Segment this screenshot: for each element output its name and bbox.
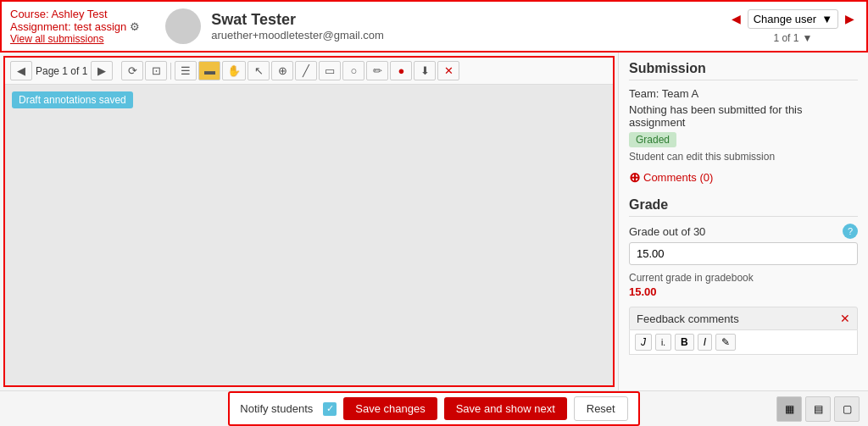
footer: Notify students ✓ Save changes Save and …: [0, 390, 868, 426]
select-tool-button[interactable]: ↖: [248, 61, 270, 80]
next-user-button[interactable]: ▶: [842, 10, 858, 27]
current-grade-label: Current grade in gradebook: [629, 272, 858, 284]
feedback-label: Feedback comments: [637, 313, 739, 325]
rotate-button[interactable]: ⟳: [121, 61, 143, 80]
dropdown-arrow-icon: ▼: [821, 13, 832, 25]
separator: [170, 63, 171, 80]
fit-button[interactable]: ⊡: [145, 61, 167, 80]
feedback-toolbar: J i. B I ✎: [629, 330, 858, 355]
avatar: [165, 8, 201, 44]
close-button[interactable]: ✕: [437, 61, 459, 80]
user-email: aruether+moodletester@gmail.com: [211, 29, 384, 41]
feedback-close-icon[interactable]: ✕: [840, 312, 850, 325]
page-nav: ◀ Page 1 of 1 ▶: [10, 61, 113, 80]
grade-section: Grade Grade out of 30 ? Current grade in…: [629, 197, 858, 298]
change-user-dropdown[interactable]: Change user ▼: [748, 9, 838, 29]
grade-out-of-label: Grade out of 30: [629, 225, 705, 238]
highlight-button[interactable]: ▬: [198, 61, 220, 80]
view-grid-icon[interactable]: ▦: [776, 396, 802, 422]
header-left: Course: Ashley Test Assignment: test ass…: [10, 8, 140, 45]
save-changes-button[interactable]: Save changes: [343, 397, 437, 420]
feedback-subscript-button[interactable]: i.: [655, 334, 671, 351]
annotation-toolbar: ◀ Page 1 of 1 ▶ ⟳ ⊡ ☰ ▬ ✋ ↖ ⊕ ╱ ▭ ○ ✏ ● …: [5, 58, 613, 85]
right-panel: Submission Team: Team A Nothing has been…: [618, 53, 868, 390]
footer-inner: Notify students ✓ Save changes Save and …: [228, 391, 639, 426]
download-button[interactable]: ⬇: [414, 61, 436, 80]
grade-input[interactable]: [629, 242, 858, 265]
eraser-button[interactable]: ●: [390, 61, 412, 80]
prev-page-button[interactable]: ◀: [10, 61, 32, 80]
header: Course: Ashley Test Assignment: test ass…: [0, 0, 868, 53]
submission-title: Submission: [629, 61, 858, 80]
feedback-section: Feedback comments ✕ J i. B I ✎: [629, 307, 858, 355]
view-all-submissions-link[interactable]: View all submissions: [10, 33, 140, 45]
next-page-button[interactable]: ▶: [91, 61, 113, 80]
pen-tool-button[interactable]: ✏: [366, 61, 388, 80]
footer-right-icons: ▦ ▤ ▢: [776, 396, 860, 422]
gear-icon[interactable]: ⚙: [130, 20, 140, 33]
graded-badge: Graded: [629, 132, 676, 147]
view-list-icon[interactable]: ▤: [805, 396, 831, 422]
header-right: ◀ Change user ▼ ▶ 1 of 1 ▼: [728, 9, 858, 44]
feedback-bold-button[interactable]: B: [675, 334, 694, 351]
current-grade-value: 15.00: [629, 285, 858, 298]
feedback-pen-button[interactable]: ✎: [715, 334, 736, 351]
change-user-label: Change user: [754, 13, 816, 25]
can-edit-label: Student can edit this submission: [629, 151, 858, 163]
rect-tool-button[interactable]: ▭: [319, 61, 341, 80]
main-layout: ◀ Page 1 of 1 ▶ ⟳ ⊡ ☰ ▬ ✋ ↖ ⊕ ╱ ▭ ○ ✏ ● …: [0, 53, 868, 390]
notify-students-checkbox[interactable]: ✓: [323, 402, 337, 416]
feedback-bold-italic-button[interactable]: J: [635, 334, 652, 351]
feedback-italic-button[interactable]: I: [698, 334, 712, 351]
view-single-icon[interactable]: ▢: [834, 396, 860, 422]
annotation-area: Draft annotations saved: [5, 85, 613, 385]
page-label: Page 1 of 1: [36, 65, 87, 77]
annotation-panel: ◀ Page 1 of 1 ▶ ⟳ ⊡ ☰ ▬ ✋ ↖ ⊕ ╱ ▭ ○ ✏ ● …: [3, 56, 615, 387]
save-and-show-next-button[interactable]: Save and show next: [444, 397, 567, 420]
text-tool-button[interactable]: ☰: [175, 61, 197, 80]
assignment-name: Assignment: test assign ⚙: [10, 20, 140, 33]
grade-title: Grade: [629, 197, 858, 217]
hand-tool-button[interactable]: ✋: [222, 61, 246, 80]
nothing-submitted: Nothing has been submitted for this assi…: [629, 103, 858, 129]
pager-info: 1 of 1 ▼: [773, 32, 812, 44]
change-user-row: ◀ Change user ▼ ▶: [728, 9, 858, 29]
user-info: Swat Tester aruether+moodletester@gmail.…: [211, 11, 384, 41]
help-icon[interactable]: ?: [843, 224, 858, 239]
submission-section: Submission Team: Team A Nothing has been…: [629, 61, 858, 185]
stamp-tool-button[interactable]: ⊕: [271, 61, 293, 80]
pager-down-icon: ▼: [802, 32, 812, 44]
course-name: Course: Ashley Test: [10, 8, 140, 20]
feedback-header: Feedback comments ✕: [629, 307, 858, 330]
reset-button[interactable]: Reset: [574, 396, 628, 421]
line-tool-button[interactable]: ╱: [295, 61, 317, 80]
prev-user-button[interactable]: ◀: [728, 10, 744, 27]
draft-saved-badge: Draft annotations saved: [12, 91, 133, 108]
grade-label-row: Grade out of 30 ?: [629, 224, 858, 239]
comments-label: Comments (0): [643, 171, 713, 184]
comments-link[interactable]: ⊕ Comments (0): [629, 169, 858, 185]
team-label: Team: Team A: [629, 87, 858, 100]
circle-tool-button[interactable]: ○: [342, 61, 364, 80]
notify-students-label: Notify students: [240, 402, 313, 415]
plus-icon: ⊕: [629, 169, 640, 185]
header-center: Swat Tester aruether+moodletester@gmail.…: [157, 8, 727, 44]
user-name: Swat Tester: [211, 11, 384, 29]
